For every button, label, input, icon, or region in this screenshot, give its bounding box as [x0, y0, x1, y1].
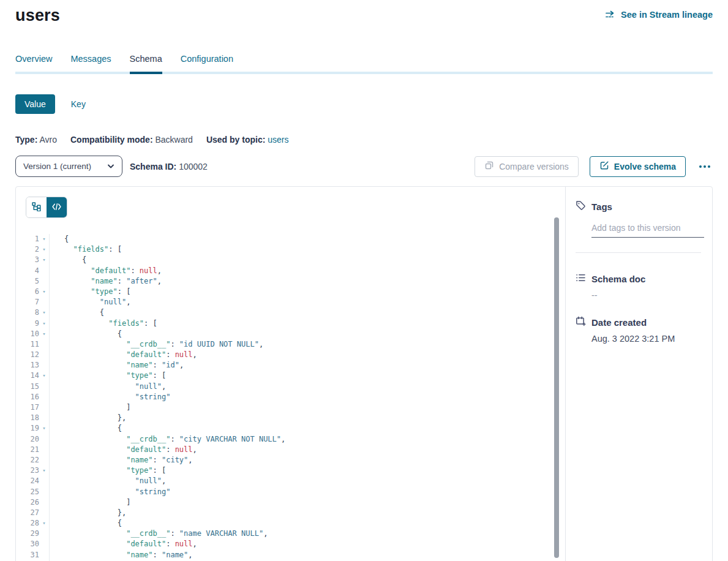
add-tags-input[interactable] [591, 220, 704, 238]
chevron-down-icon [107, 162, 114, 171]
value-toggle-button[interactable]: Value [15, 94, 55, 114]
schema-id: Schema ID: 100002 [130, 162, 208, 171]
fold-gutter [39, 382, 50, 392]
fold-gutter [39, 445, 50, 455]
compare-versions-button[interactable]: Compare versions [475, 156, 579, 177]
code-text: "__crdb__": "name VARCHAR NULL", [50, 529, 268, 539]
fold-gutter [39, 455, 50, 465]
line-number: 30 [26, 539, 39, 549]
line-number: 11 [26, 339, 39, 350]
list-icon [576, 273, 586, 285]
tags-title: Tags [591, 201, 612, 212]
code-text: { [50, 234, 69, 244]
line-number: 20 [26, 434, 39, 445]
fold-arrow-icon[interactable]: ▾ [39, 287, 50, 297]
edit-icon [599, 160, 609, 172]
fold-gutter [39, 487, 50, 497]
vertical-scrollbar[interactable] [554, 217, 559, 558]
code-line: 22 "name": "city", [26, 455, 565, 465]
fold-arrow-icon[interactable]: ▾ [39, 518, 50, 529]
code-text: "null", [50, 382, 166, 392]
compare-versions-label: Compare versions [499, 162, 569, 171]
code-line: 6▾ "type": [ [26, 287, 565, 297]
line-number: 14 [26, 371, 39, 381]
code-line: 18 }, [26, 413, 565, 423]
schema-card: 1▾{2▾ "fields": [3▾ {4 "default": null,5… [15, 186, 713, 561]
tab-schema[interactable]: Schema [130, 54, 162, 72]
code-text: ] [50, 497, 130, 508]
topic-link[interactable]: users [268, 135, 288, 145]
fold-arrow-icon[interactable]: ▾ [39, 234, 50, 244]
fold-arrow-icon[interactable]: ▾ [39, 465, 50, 476]
key-toggle-button[interactable]: Key [71, 99, 86, 109]
fold-arrow-icon[interactable]: ▾ [39, 371, 50, 381]
line-number: 24 [26, 476, 39, 486]
line-number: 21 [26, 445, 39, 455]
line-number: 29 [26, 529, 39, 539]
fold-arrow-icon[interactable]: ▾ [39, 423, 50, 434]
code-text: "type": [ [50, 287, 130, 297]
line-number: 16 [26, 392, 39, 402]
code-line: 15 "null", [26, 382, 565, 392]
schema-doc-title: Schema doc [591, 274, 645, 284]
tree-view-button[interactable] [26, 197, 47, 217]
code-text: { [50, 255, 86, 265]
sidebar-divider [576, 252, 701, 253]
schema-meta-row: Type: Avro Compatibility mode: Backward … [15, 135, 713, 145]
code-text: "string" [50, 392, 170, 402]
code-line: 23▾ "type": [ [26, 465, 565, 476]
code-text: "name": "id", [50, 360, 184, 371]
code-line: 10▾ { [26, 329, 565, 339]
more-options-button[interactable] [697, 163, 713, 170]
fold-arrow-icon[interactable]: ▾ [39, 318, 50, 329]
fold-gutter [39, 339, 50, 350]
line-number: 1 [26, 234, 39, 244]
see-in-stream-lineage-link[interactable]: See in Stream lineage [605, 10, 713, 20]
line-number: 13 [26, 360, 39, 371]
fold-arrow-icon[interactable]: ▾ [39, 307, 50, 318]
fold-arrow-icon[interactable]: ▾ [39, 329, 50, 339]
code-line: 31 "name": "name", [26, 550, 565, 560]
code-view-button[interactable] [47, 197, 67, 217]
code-line: 21 "default": null, [26, 445, 565, 455]
fold-gutter [39, 508, 50, 518]
line-number: 9 [26, 318, 39, 329]
line-number: 27 [26, 508, 39, 518]
line-number: 18 [26, 413, 39, 423]
schema-doc-value: -- [591, 290, 704, 300]
fold-gutter [39, 350, 50, 360]
code-line: 1▾{ [26, 234, 565, 244]
line-number: 26 [26, 497, 39, 508]
calendar-plus-icon [576, 316, 586, 328]
fold-arrow-icon[interactable]: ▾ [39, 244, 50, 255]
value-key-toggle: Value Key [15, 94, 713, 114]
date-created-title: Date created [591, 317, 647, 328]
tree-view-icon [32, 202, 41, 213]
code-line: 28▾ { [26, 518, 565, 529]
line-number: 7 [26, 297, 39, 307]
fold-gutter [39, 550, 50, 560]
code-line: 26 ] [26, 497, 565, 508]
fold-arrow-icon[interactable]: ▾ [39, 255, 50, 265]
tab-messages[interactable]: Messages [70, 54, 111, 72]
editor-view-toggle [26, 197, 67, 218]
tab-configuration[interactable]: Configuration [181, 54, 233, 72]
fold-gutter [39, 266, 50, 276]
code-text: { [50, 329, 122, 339]
schema-side-panel: Tags Schema [565, 187, 712, 561]
tab-overview[interactable]: Overview [15, 54, 52, 72]
code-line: 8▾ { [26, 307, 565, 318]
page-header: users See in Stream lineage [15, 6, 713, 25]
code-text: "name": "city", [50, 455, 193, 465]
line-number: 17 [26, 402, 39, 413]
version-select[interactable]: Version 1 (current) [15, 156, 122, 177]
evolve-schema-button[interactable]: Evolve schema [590, 156, 686, 177]
fold-gutter [39, 539, 50, 549]
line-number: 12 [26, 350, 39, 360]
fold-gutter [39, 413, 50, 423]
date-created-section: Date created Aug. 3 2022 3:21 PM [576, 316, 704, 344]
page-title: users [15, 6, 60, 25]
code-text: "__crdb__": "id UUID NOT NULL", [50, 339, 263, 350]
code-line: 24 "null", [26, 476, 565, 486]
code-text: "type": [ [50, 465, 166, 476]
